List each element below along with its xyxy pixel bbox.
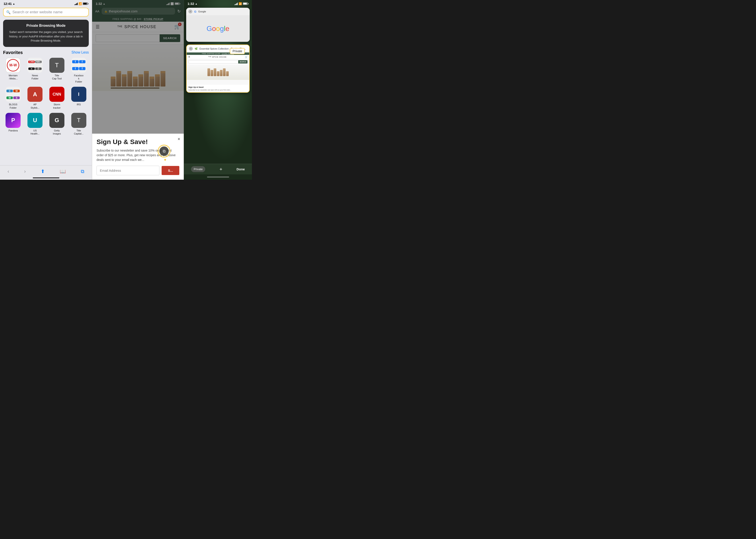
fb-icon-4: f — [79, 67, 85, 70]
mini-bottle — [208, 68, 210, 76]
merriam-icon: M-W — [6, 58, 21, 73]
news-icon-news: n — [28, 67, 35, 70]
blogs-icon-2: W — [13, 90, 20, 92]
mini-bottles — [208, 68, 229, 76]
mini-bottle — [220, 70, 222, 76]
location-icon-p3: ▲ — [195, 2, 198, 5]
google-tab-preview: Google — [186, 15, 250, 42]
spice-favicon: 🌿 — [195, 47, 198, 50]
favorite-item-facebook[interactable]: f f f f FacebookFolder — [69, 58, 89, 83]
getty-icon: G — [49, 113, 64, 128]
subscribe-button[interactable]: S... — [162, 166, 179, 175]
favorite-item-ushealth[interactable]: U USHealth... — [25, 113, 45, 135]
status-time-p1: 12:41 — [4, 2, 12, 6]
modal-form: S... — [97, 166, 179, 175]
yellow-dot-connector — [164, 159, 166, 161]
favorite-item-merriam[interactable]: M-W Merriam-Webs... — [3, 58, 23, 83]
mini-logo: THE SPICE HOUSE — [208, 56, 226, 58]
modal-close-button[interactable]: × — [178, 137, 180, 141]
news-icon-d: D — [35, 67, 42, 70]
private-browsing-box: Private Browsing Mode Safari won't remem… — [3, 20, 89, 47]
favorite-item-storm[interactable]: CNN Stormtracker — [47, 87, 67, 109]
search-placeholder-p1: Search or enter website name — [12, 10, 86, 14]
favorite-item-pandora[interactable]: P Pandora — [3, 113, 23, 135]
panel-spice-house: 1:32 ▲ 📶 AA 🔒 thespicehouse.com — [92, 0, 184, 180]
google-favicon: G — [194, 10, 196, 13]
panel-tab-switcher: 1:32 ▲ 📶 × G Google — [184, 0, 252, 180]
home-indicator-p1 — [33, 178, 59, 178]
close-spice-tab-button[interactable]: × — [189, 47, 193, 51]
google-tab-title: Google — [198, 10, 247, 13]
mini-header: ☰ THE SPICE HOUSE 🛒 — [187, 55, 249, 59]
battery-icon-p1 — [83, 2, 88, 5]
favorite-item-news[interactable]: CNN NBC n D NewsFolder — [25, 58, 45, 83]
mini-search-btn: SEARCH — [238, 60, 247, 63]
location-icon-p1: ▲ — [13, 2, 15, 5]
panel-private-browsing: 12:41 ▲ 📶 🔍 Search or enter website name — [0, 0, 92, 180]
favorite-item-ap[interactable]: A APStyleb... — [25, 87, 45, 109]
status-icons-p1: 📶 — [74, 2, 88, 5]
mini-product — [187, 64, 249, 80]
mini-bottle — [223, 68, 225, 76]
favorite-item-title-cap-tool[interactable]: T TitleCap Tool — [47, 58, 67, 83]
p3-toolbar: Private + Done — [184, 164, 252, 174]
favorites-title: Favorites — [3, 50, 23, 55]
signup-modal: × Sign Up & Save! Subscribe to our newsl… — [92, 134, 184, 180]
blogs-icon-3: W — [6, 97, 13, 99]
ap-icon: A — [28, 87, 42, 102]
pandora-icon: P — [6, 113, 21, 128]
tabs-annotation-circle: ⧉ — [158, 145, 170, 158]
share-button-p1[interactable]: ⬆ — [39, 168, 47, 175]
google-logo-preview: Google — [207, 25, 229, 33]
mini-modal-desc: Subscribe to our newsletter and save 10%… — [188, 89, 247, 91]
favorite-item-getty[interactable]: G GettyImages — [47, 113, 67, 135]
tab-card-spice[interactable]: × 🌿 Essential Spices Collection - Fresh … — [186, 44, 250, 93]
private-label: Private — [230, 48, 245, 54]
facebook-label: FacebookFolder — [74, 74, 83, 83]
battery-icon-p3 — [243, 2, 248, 5]
mini-bottle — [210, 70, 213, 76]
modal-title: Sign Up & Save! — [97, 138, 179, 146]
favorite-item-blogs[interactable]: C W W S BLOGSFolder — [3, 87, 23, 109]
show-less-button[interactable]: Show Less — [71, 50, 89, 54]
close-google-tab-button[interactable]: × — [188, 10, 192, 14]
favorites-grid: M-W Merriam-Webs... CNN NBC n D NewsFold… — [3, 58, 89, 135]
mini-modal-title: Sign Up & Save! — [188, 86, 247, 88]
home-bar — [207, 177, 229, 178]
private-mode-title: Private Browsing Mode — [8, 24, 84, 28]
favorites-header: Favorites Show Less — [3, 50, 89, 55]
bookmarks-button-p1[interactable]: 📖 — [57, 168, 68, 175]
spice-tab-preview: FREE SHIPPING @ $49 · STORE PICKUP ☰ THE… — [187, 52, 249, 92]
news-label: NewsFolder — [32, 74, 39, 80]
status-time-p3: 1:32 — [188, 2, 194, 6]
title-cap-icon: T — [49, 58, 64, 73]
status-bar-p1: 12:41 ▲ 📶 — [0, 0, 92, 6]
tabs-button-p1[interactable]: ⧉ — [79, 168, 87, 175]
wifi-icon-p3: 📶 — [239, 2, 242, 5]
add-tab-button[interactable]: + — [219, 166, 222, 172]
fb-icon-1: f — [72, 60, 79, 63]
mini-search-row: SEARCH — [187, 59, 249, 64]
mini-bottle — [213, 68, 216, 76]
ushealth-icon: U — [28, 113, 42, 128]
tab-card-google[interactable]: × G Google Google — [186, 8, 250, 42]
email-input[interactable] — [97, 166, 159, 175]
search-bar-p1[interactable]: 🔍 Search or enter website name — [3, 8, 89, 17]
fb-icon-3: f — [72, 67, 79, 70]
getty-label: GettyImages — [53, 129, 61, 135]
forward-button-p1[interactable]: › — [22, 168, 28, 175]
cnn-icon: CNN — [49, 87, 64, 102]
status-icons-p3: 📶 — [234, 2, 248, 5]
irs-label: IRS — [77, 103, 81, 106]
done-button[interactable]: Done — [236, 167, 245, 171]
mini-modal: Sign Up & Save! Subscribe to our newslet… — [187, 85, 249, 92]
ap-label: APStyleb... — [31, 103, 40, 109]
ushealth-label: USHealth... — [31, 129, 40, 135]
private-tab-button[interactable]: Private — [191, 166, 205, 172]
favorite-item-title-capital[interactable]: T TitleCapital... — [69, 113, 89, 135]
signal-icon-p3 — [234, 2, 238, 5]
merriam-label: Merriam-Webs... — [9, 74, 18, 80]
favorite-item-irs[interactable]: I IRS — [69, 87, 89, 109]
search-bar-container[interactable]: 🔍 Search or enter website name — [0, 6, 92, 19]
back-button-p1[interactable]: ‹ — [5, 168, 11, 175]
